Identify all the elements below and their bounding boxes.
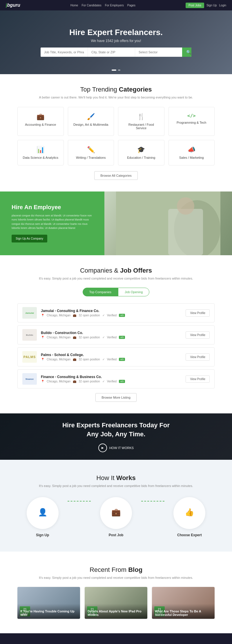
video-title: Hire Experts Freelancers Today For Any J… (62, 421, 170, 439)
dot-active (112, 70, 116, 71)
nav-pages[interactable]: Pages (127, 4, 135, 7)
dot-inactive (118, 70, 120, 71)
education-label: Education / Training (123, 156, 160, 159)
buildo-badge: 4/5 (119, 336, 125, 339)
finance-name: Finance - Consulting & Business Co. (41, 375, 186, 379)
category-sales[interactable]: 📣 Sales / Marketing (168, 140, 215, 165)
categories-grid: 💼 Accounting & Finance 🖌️ Design, Art & … (17, 107, 215, 165)
data-science-icon: 📊 (22, 146, 59, 154)
finance-badge: 4/5 (119, 380, 125, 383)
jamulai-meta: 📍 Chicago, Michigan 💼 32 open position ✓… (41, 314, 186, 317)
categories-subtitle: A better career is out there. We'll help… (17, 95, 215, 100)
blog-card-3[interactable]: 21 July What Are Those Steps To Be A Suc… (152, 587, 215, 619)
accounting-label: Accounting & Finance (22, 123, 59, 126)
category-writing[interactable]: ✏️ Writing / Translations (68, 140, 114, 165)
hero-subtitle: We have 1542 job offers for you! (41, 39, 191, 43)
step-choose-expert: 👍 Choose Expert (164, 497, 215, 537)
palms-name: Palms - School & College. (41, 353, 186, 357)
choose-expert-icon: 👍 (185, 508, 194, 517)
buildo-view-profile[interactable]: View Profile (186, 331, 210, 339)
browse-all-button[interactable]: Browse All Categories (94, 171, 138, 180)
search-bar: 🔍 (41, 48, 191, 57)
check-icon: ✓ (102, 314, 105, 317)
palms-view-profile[interactable]: View Profile (186, 353, 210, 361)
hire-title: Hire An Employee (12, 204, 93, 211)
company-tabs: Top Companies Job Opening (17, 288, 215, 296)
category-data-science[interactable]: 📊 Data Science & Analyitcs (17, 140, 64, 165)
design-icon: 🖌️ (73, 113, 109, 121)
search-keyword-input[interactable] (41, 48, 88, 57)
post-job-circle: 💼 (100, 497, 132, 529)
signup-icon: 👤 (38, 508, 47, 517)
programming-label: Programming & Tech (173, 121, 210, 124)
nav-links: Home For Candidates For Employers Pages (70, 4, 135, 7)
restaurant-label: Restaurant / Food Service (123, 123, 160, 130)
nav-home[interactable]: Home (70, 4, 78, 7)
hire-right-panel (104, 191, 232, 255)
companies-section: Companies & Job Offers It's easy. Simply… (0, 255, 232, 414)
jamulai-name: Jamulai - Consulting & Finance Co. (41, 309, 186, 313)
hire-description: placerat congue dui rhoncus sem at bland… (12, 214, 93, 230)
video-banner: Hire Experts Freelancers Today For Any J… (0, 413, 232, 460)
blog-subtitle: It's easy. Simply post a job you need co… (17, 575, 215, 580)
category-restaurant[interactable]: 🍴 Restaurant / Food Service (118, 107, 164, 136)
nav-candidates[interactable]: For Candidates (81, 4, 101, 7)
login-button[interactable]: Login (219, 4, 226, 7)
education-icon: 🎓 (123, 146, 160, 154)
category-design[interactable]: 🖌️ Design, Art & Multimedia (68, 107, 114, 136)
sales-label: Sales / Marketing (173, 156, 210, 159)
connector-2 (141, 501, 164, 501)
tab-job-opening[interactable]: Job Opening (118, 288, 149, 296)
blog-card-2[interactable]: 21 July Details About Apple's New IPad P… (85, 587, 147, 619)
how-title: How It Works (17, 474, 215, 482)
briefcase-icon: 💼 (73, 358, 76, 361)
finance-info: Finance - Consulting & Business Co. 📍 Ch… (41, 375, 186, 383)
blog-section: Recent From Blog It's easy. Simply post … (0, 552, 232, 634)
how-works-section: How It Works It's easy. Simply post a jo… (0, 460, 232, 552)
hire-left-panel: Hire An Employee placerat congue dui rho… (0, 191, 104, 255)
companies-title: Companies & Job Offers (17, 267, 215, 274)
check-icon: ✓ (102, 336, 105, 339)
check-icon: ✓ (102, 358, 105, 361)
jamulai-view-profile[interactable]: View Profile (186, 309, 210, 317)
how-subtitle: It's easy. Simply post a job you need co… (17, 484, 215, 488)
companies-subtitle: It's easy. Simply post a job you need co… (17, 276, 215, 281)
search-location-input[interactable] (88, 48, 135, 57)
hire-illustration (104, 191, 232, 255)
blog-heading: Recent From Blog (17, 566, 215, 574)
browse-more-button[interactable]: Browse More Listing (95, 393, 137, 402)
finance-view-profile[interactable]: View Profile (186, 375, 210, 383)
play-icon: ▶ (98, 444, 107, 452)
hero-dots (112, 70, 120, 71)
category-education[interactable]: 🎓 Education / Training (118, 140, 164, 165)
nav-employers[interactable]: For Employers (105, 4, 124, 7)
search-button[interactable]: 🔍 (182, 48, 191, 57)
location-icon: 📍 (41, 358, 44, 361)
sales-icon: 📣 (173, 146, 210, 154)
categories-section: Top Trending Categories A better career … (0, 74, 232, 191)
hero-content: Hire Expert Freelancers. We have 1542 jo… (41, 28, 191, 57)
programming-icon: </> (173, 113, 210, 118)
category-accounting[interactable]: 💼 Accounting & Finance (17, 107, 64, 136)
signup-label: Sign Up (36, 533, 49, 537)
search-sector-input[interactable] (135, 48, 182, 57)
signup-company-button[interactable]: Sign Up As Company (12, 235, 47, 242)
connector-1 (68, 501, 91, 501)
tab-top-companies[interactable]: Top Companies (83, 288, 118, 296)
how-works-button[interactable]: ▶ HOW IT WORKS (98, 444, 134, 452)
palms-info: Palms - School & College. 📍 Chicago, Mic… (41, 353, 186, 361)
svg-rect-2 (168, 209, 203, 255)
blog-title-1: If You're Having Trouble Coming Up With (17, 604, 80, 619)
category-programming[interactable]: </> Programming & Tech (168, 107, 215, 136)
hire-image (104, 191, 232, 255)
company-row-finance: finance Finance - Consulting & Business … (17, 369, 215, 388)
post-jobs-button[interactable]: Post Jobs (186, 3, 204, 8)
blog-card-1[interactable]: 21 July If You're Having Trouble Coming … (17, 587, 80, 619)
buildo-meta: 📍 Chicago, Michigan 💼 32 open position ✓… (41, 336, 186, 339)
signin-button[interactable]: Sign Up (206, 4, 217, 7)
step-signup: 👤 Sign Up (17, 497, 68, 537)
blog-title-2: Details About Apple's New IPad Pro Model… (85, 604, 147, 619)
blog-title-3: What Are Those Steps To Be A Successful … (152, 604, 215, 619)
buildo-name: Buildo - Construction Co. (41, 331, 186, 335)
navbar: jbguru Home For Candidates For Employers… (0, 0, 232, 10)
